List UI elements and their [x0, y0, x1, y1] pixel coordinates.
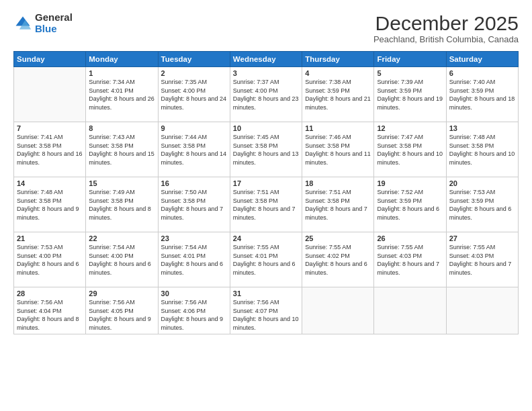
table-row: 9 Sunrise: 7:44 AMSunset: 3:58 PMDayligh…: [158, 122, 230, 177]
logo-general-text: General: [35, 12, 73, 24]
day-number: 18: [305, 179, 371, 187]
day-number: 27: [449, 234, 515, 242]
table-row: 29 Sunrise: 7:56 AMSunset: 4:05 PMDaylig…: [86, 287, 158, 334]
day-number: 10: [233, 124, 299, 132]
day-info: Sunrise: 7:55 AMSunset: 4:03 PMDaylight:…: [449, 244, 512, 276]
page: General Blue December 2025 Peachland, Br…: [0, 0, 532, 411]
day-number: 23: [161, 234, 227, 242]
table-row: 25 Sunrise: 7:55 AMSunset: 4:02 PMDaylig…: [302, 232, 374, 287]
day-number: 15: [89, 179, 154, 187]
table-row: [446, 287, 518, 334]
day-info: Sunrise: 7:45 AMSunset: 3:58 PMDaylight:…: [233, 134, 299, 166]
day-info: Sunrise: 7:49 AMSunset: 3:58 PMDaylight:…: [89, 189, 151, 221]
day-info: Sunrise: 7:52 AMSunset: 3:59 PMDaylight:…: [377, 189, 439, 221]
day-info: Sunrise: 7:56 AMSunset: 4:04 PMDaylight:…: [17, 299, 79, 331]
day-info: Sunrise: 7:46 AMSunset: 3:58 PMDaylight:…: [305, 134, 371, 166]
table-row: 24 Sunrise: 7:55 AMSunset: 4:01 PMDaylig…: [230, 232, 302, 287]
table-row: 7 Sunrise: 7:41 AMSunset: 3:58 PMDayligh…: [14, 122, 86, 177]
day-info: Sunrise: 7:53 AMSunset: 4:00 PMDaylight:…: [17, 244, 79, 276]
day-info: Sunrise: 7:53 AMSunset: 3:59 PMDaylight:…: [449, 189, 512, 221]
table-row: 15 Sunrise: 7:49 AMSunset: 3:58 PMDaylig…: [86, 177, 158, 232]
day-info: Sunrise: 7:54 AMSunset: 4:00 PMDaylight:…: [89, 244, 151, 276]
col-monday: Monday: [86, 52, 158, 67]
day-info: Sunrise: 7:44 AMSunset: 3:58 PMDaylight:…: [161, 134, 227, 166]
logo-blue-text: Blue: [35, 24, 73, 35]
table-row: 11 Sunrise: 7:46 AMSunset: 3:58 PMDaylig…: [302, 122, 374, 177]
day-number: 4: [305, 69, 371, 77]
day-number: 5: [377, 69, 443, 77]
day-info: Sunrise: 7:40 AMSunset: 3:59 PMDaylight:…: [449, 79, 515, 111]
day-info: Sunrise: 7:35 AMSunset: 4:00 PMDaylight:…: [161, 79, 227, 111]
table-row: 20 Sunrise: 7:53 AMSunset: 3:59 PMDaylig…: [446, 177, 518, 232]
day-number: 26: [377, 234, 443, 242]
day-number: 13: [449, 124, 515, 132]
day-number: 2: [161, 69, 227, 77]
table-row: 27 Sunrise: 7:55 AMSunset: 4:03 PMDaylig…: [446, 232, 518, 287]
table-row: 12 Sunrise: 7:47 AMSunset: 3:58 PMDaylig…: [374, 122, 446, 177]
table-row: 30 Sunrise: 7:56 AMSunset: 4:06 PMDaylig…: [158, 287, 230, 334]
table-row: 19 Sunrise: 7:52 AMSunset: 3:59 PMDaylig…: [374, 177, 446, 232]
table-row: 23 Sunrise: 7:54 AMSunset: 4:01 PMDaylig…: [158, 232, 230, 287]
table-row: 18 Sunrise: 7:51 AMSunset: 3:58 PMDaylig…: [302, 177, 374, 232]
calendar-table: Sunday Monday Tuesday Wednesday Thursday…: [13, 51, 519, 334]
day-info: Sunrise: 7:51 AMSunset: 3:58 PMDaylight:…: [233, 189, 296, 221]
logo: General Blue: [13, 12, 73, 34]
day-number: 9: [161, 124, 227, 132]
table-row: 4 Sunrise: 7:38 AMSunset: 3:59 PMDayligh…: [302, 67, 374, 122]
day-info: Sunrise: 7:39 AMSunset: 3:59 PMDaylight:…: [377, 79, 443, 111]
table-row: 17 Sunrise: 7:51 AMSunset: 3:58 PMDaylig…: [230, 177, 302, 232]
table-row: 13 Sunrise: 7:48 AMSunset: 3:58 PMDaylig…: [446, 122, 518, 177]
table-row: 1 Sunrise: 7:34 AMSunset: 4:01 PMDayligh…: [86, 67, 158, 122]
day-number: 8: [89, 124, 154, 132]
table-row: 31 Sunrise: 7:56 AMSunset: 4:07 PMDaylig…: [230, 287, 302, 334]
table-row: 8 Sunrise: 7:43 AMSunset: 3:58 PMDayligh…: [86, 122, 158, 177]
col-friday: Friday: [374, 52, 446, 67]
day-number: 16: [161, 179, 227, 187]
day-number: 11: [305, 124, 371, 132]
day-info: Sunrise: 7:55 AMSunset: 4:02 PMDaylight:…: [305, 244, 367, 276]
day-info: Sunrise: 7:55 AMSunset: 4:03 PMDaylight:…: [377, 244, 439, 276]
day-info: Sunrise: 7:50 AMSunset: 3:58 PMDaylight:…: [161, 189, 224, 221]
day-number: 12: [377, 124, 443, 132]
table-row: 26 Sunrise: 7:55 AMSunset: 4:03 PMDaylig…: [374, 232, 446, 287]
table-row: 16 Sunrise: 7:50 AMSunset: 3:58 PMDaylig…: [158, 177, 230, 232]
col-wednesday: Wednesday: [230, 52, 302, 67]
table-row: [374, 287, 446, 334]
day-number: 7: [17, 124, 83, 132]
day-info: Sunrise: 7:54 AMSunset: 4:01 PMDaylight:…: [161, 244, 224, 276]
day-info: Sunrise: 7:34 AMSunset: 4:01 PMDaylight:…: [89, 79, 154, 111]
day-info: Sunrise: 7:55 AMSunset: 4:01 PMDaylight:…: [233, 244, 296, 276]
header: General Blue December 2025 Peachland, Br…: [13, 12, 519, 44]
day-number: 30: [161, 289, 227, 298]
day-info: Sunrise: 7:48 AMSunset: 3:58 PMDaylight:…: [449, 134, 515, 166]
day-info: Sunrise: 7:48 AMSunset: 3:58 PMDaylight:…: [17, 189, 79, 221]
day-number: 14: [17, 179, 83, 187]
col-thursday: Thursday: [302, 52, 374, 67]
day-number: 21: [17, 234, 83, 242]
day-number: 6: [449, 69, 515, 77]
day-info: Sunrise: 7:56 AMSunset: 4:06 PMDaylight:…: [161, 299, 224, 331]
day-number: 3: [233, 69, 299, 77]
day-number: 1: [89, 69, 154, 77]
table-row: 22 Sunrise: 7:54 AMSunset: 4:00 PMDaylig…: [86, 232, 158, 287]
day-number: 22: [89, 234, 154, 242]
table-row: 28 Sunrise: 7:56 AMSunset: 4:04 PMDaylig…: [14, 287, 86, 334]
table-row: 3 Sunrise: 7:37 AMSunset: 4:00 PMDayligh…: [230, 67, 302, 122]
day-info: Sunrise: 7:37 AMSunset: 4:00 PMDaylight:…: [233, 79, 299, 111]
col-sunday: Sunday: [14, 52, 86, 67]
day-info: Sunrise: 7:38 AMSunset: 3:59 PMDaylight:…: [305, 79, 371, 111]
day-info: Sunrise: 7:56 AMSunset: 4:05 PMDaylight:…: [89, 299, 151, 331]
logo-icon: [13, 14, 32, 33]
table-row: 21 Sunrise: 7:53 AMSunset: 4:00 PMDaylig…: [14, 232, 86, 287]
table-row: 6 Sunrise: 7:40 AMSunset: 3:59 PMDayligh…: [446, 67, 518, 122]
subtitle: Peachland, British Columbia, Canada: [373, 34, 519, 44]
day-number: 28: [17, 289, 83, 298]
day-number: 17: [233, 179, 299, 187]
table-row: [302, 287, 374, 334]
col-saturday: Saturday: [446, 52, 518, 67]
day-info: Sunrise: 7:41 AMSunset: 3:58 PMDaylight:…: [17, 134, 83, 166]
day-number: 31: [233, 289, 299, 298]
day-number: 19: [377, 179, 443, 187]
day-info: Sunrise: 7:56 AMSunset: 4:07 PMDaylight:…: [233, 299, 299, 331]
day-info: Sunrise: 7:43 AMSunset: 3:58 PMDaylight:…: [89, 134, 154, 166]
